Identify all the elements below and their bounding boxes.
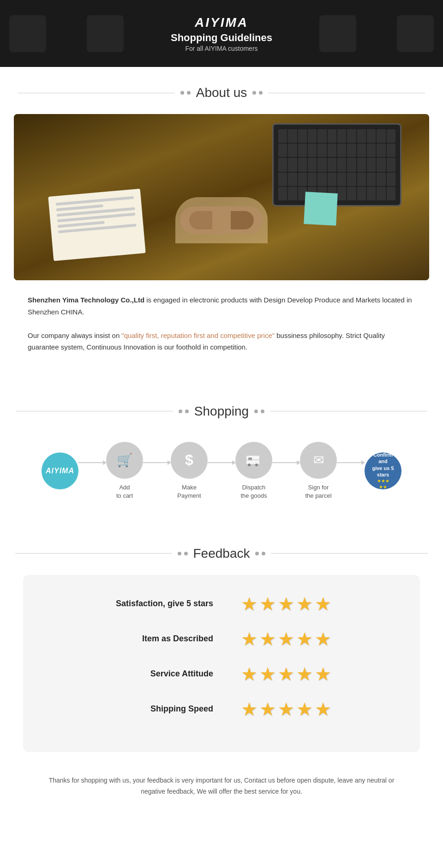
brand-icon-text: AIYIMA: [46, 467, 74, 475]
header: AIYIMA Shopping Guidelines For all AIYIM…: [0, 0, 443, 67]
header-content: AIYIMA Shopping Guidelines For all AIYIM…: [171, 15, 272, 52]
star-3-1: ★: [241, 663, 257, 685]
dot-4: [259, 91, 263, 95]
dot-2: [187, 91, 191, 95]
brand-logo: AIYIMA: [171, 15, 272, 30]
described-stars: ★ ★ ★ ★ ★: [241, 628, 331, 650]
shopping-section-divider: Shopping: [0, 404, 443, 419]
payment-label: MakePayment: [177, 483, 201, 500]
star-1-2: ★: [259, 593, 276, 615]
star-1-1: ★: [241, 593, 257, 615]
brand-icon: AIYIMA: [42, 452, 78, 489]
star-2-4: ★: [296, 628, 313, 650]
shopping-title: Shopping: [194, 404, 249, 419]
shopping-flow: AIYIMA 🛒 Addto cart $ MakePayment Dispa: [0, 433, 443, 518]
cart-label: Addto cart: [116, 483, 133, 500]
handshake-image: [14, 114, 429, 280]
described-label: Item as Described: [112, 634, 213, 644]
flow-step-brand: AIYIMA: [42, 452, 78, 489]
cart-icon: 🛒: [106, 442, 143, 479]
sign-label: Sign forthe parcel: [305, 483, 331, 500]
divider-line-left-3: [15, 553, 172, 554]
flow-step-sign: ✉ Sign forthe parcel: [300, 442, 337, 500]
confirm-icon: Confirm andgive us 5 stars ★★★★★: [365, 452, 401, 489]
bg-icon-4: [397, 15, 434, 52]
divider-dots-left: [180, 91, 191, 95]
about-paragraph-2: Our company always insist on "quality fi…: [28, 330, 415, 353]
document-decoration: [48, 189, 145, 261]
star-1-5: ★: [315, 593, 331, 615]
star-1-3: ★: [278, 593, 294, 615]
cart-icon-symbol: 🛒: [117, 452, 133, 468]
bg-icon-3: [319, 15, 356, 52]
star-3-2: ★: [259, 663, 276, 685]
dot-8: [261, 410, 264, 413]
laptop-keys: [278, 129, 395, 200]
star-2-5: ★: [315, 628, 331, 650]
about-section-divider: About us: [0, 85, 443, 100]
dot-7: [254, 410, 258, 413]
feedback-title: Feedback: [193, 546, 250, 561]
satisfaction-label: Satisfaction, give 5 stars: [112, 599, 213, 609]
sticky-note-decoration: [304, 192, 338, 226]
payment-icon: $: [171, 442, 208, 479]
service-label: Service Attitude: [112, 669, 213, 679]
divider-line-right: [268, 93, 425, 93]
divider-line-right-3: [271, 553, 428, 554]
svg-point-3: [248, 464, 251, 466]
flow-arrow-4: [272, 462, 300, 463]
divider-line-left-2: [16, 411, 173, 411]
star-4-4: ★: [296, 699, 313, 720]
dot-11: [255, 552, 259, 555]
star-2-3: ★: [278, 628, 294, 650]
sign-icon: ✉: [300, 442, 337, 479]
dot-5: [179, 410, 182, 413]
handshake-art: [175, 197, 268, 243]
dot-6: [185, 410, 189, 413]
star-3-3: ★: [278, 663, 294, 685]
dot-12: [262, 552, 265, 555]
svg-point-4: [255, 464, 258, 466]
dispatch-icon-svg: [245, 452, 262, 469]
star-2-2: ★: [259, 628, 276, 650]
service-stars: ★ ★ ★ ★ ★: [241, 663, 331, 685]
feedback-row-service: Service Attitude ★ ★ ★ ★ ★: [51, 663, 392, 685]
star-3-5: ★: [315, 663, 331, 685]
dispatch-label: Dispatchthe goods: [240, 483, 267, 500]
satisfaction-stars: ★ ★ ★ ★ ★: [241, 593, 331, 615]
star-4-3: ★: [278, 699, 294, 720]
dot-10: [184, 552, 188, 555]
star-3-4: ★: [296, 663, 313, 685]
bg-icon-1: [9, 15, 46, 52]
payment-icon-symbol: $: [185, 452, 193, 469]
flow-arrow-1: [78, 462, 106, 463]
star-4-1: ★: [241, 699, 257, 720]
dot-3: [252, 91, 256, 95]
feedback-card: Satisfaction, give 5 stars ★ ★ ★ ★ ★ Ite…: [23, 575, 420, 752]
divider-dots-right-2: [254, 410, 264, 413]
confirm-text-line1: Confirm andgive us 5 stars: [368, 452, 398, 478]
confirm-icon-content: Confirm andgive us 5 stars ★★★★★: [368, 452, 398, 490]
divider-dots-left-2: [179, 410, 189, 413]
star-4-2: ★: [259, 699, 276, 720]
about-highlight: "quality first, reputation first and com…: [121, 332, 275, 339]
feedback-row-described: Item as Described ★ ★ ★ ★ ★: [51, 628, 392, 650]
divider-dots-left-3: [178, 552, 188, 555]
divider-line-right-2: [270, 411, 427, 411]
flow-arrow-5: [337, 462, 365, 463]
flow-step-payment: $ MakePayment: [171, 442, 208, 500]
dot-9: [178, 552, 181, 555]
flow-step-dispatch: Dispatchthe goods: [235, 442, 272, 500]
feedback-row-shipping: Shipping Speed ★ ★ ★ ★ ★: [51, 699, 392, 720]
divider-dots-right: [252, 91, 263, 95]
flow-step-confirm: Confirm andgive us 5 stars ★★★★★: [365, 452, 401, 489]
divider-line-left: [18, 93, 175, 93]
about-text-block: Shenzhen Yima Technology Co.,Ltd is enga…: [0, 280, 443, 367]
divider-dots-right-3: [255, 552, 265, 555]
company-name: Shenzhen Yima Technology Co.,Ltd: [28, 296, 144, 304]
star-2-1: ★: [241, 628, 257, 650]
sign-icon-symbol: ✉: [313, 452, 324, 468]
dispatch-icon: [235, 442, 272, 479]
footer-text: Thanks for shopping with us, your feedba…: [0, 766, 443, 816]
flow-step-cart: 🛒 Addto cart: [106, 442, 143, 500]
